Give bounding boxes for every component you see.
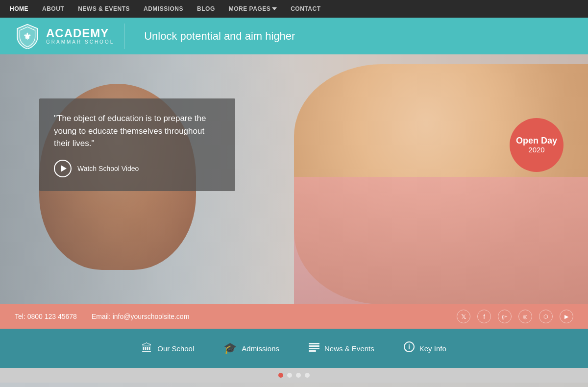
quote-text: "The object of education is to prepare t… — [54, 112, 220, 150]
dot-1[interactable] — [278, 373, 283, 378]
main-nav: HOME ABOUT NEWS & EVENTS ADMISSIONS BLOG… — [0, 0, 588, 18]
admissions-icon: 🎓 — [223, 342, 237, 355]
twitter-icon[interactable]: 𝕏 — [457, 310, 470, 323]
watch-video-button[interactable]: Watch School Video — [54, 160, 139, 177]
bottom-nav-our-school[interactable]: 🏛 Our School — [142, 342, 194, 355]
svg-rect-1 — [309, 343, 319, 344]
contact-info: Tel: 0800 123 45678 Email: info@yourscho… — [15, 313, 189, 320]
play-icon — [54, 160, 72, 177]
open-day-badge: Open Day 2020 — [510, 118, 564, 172]
school-logo-shield: ⚜ — [15, 24, 40, 49]
dot-3[interactable] — [296, 373, 301, 378]
bottom-nav-key-info[interactable]: i Key Info — [404, 341, 446, 355]
youtube-icon[interactable]: ▶ — [560, 310, 573, 323]
svg-rect-4 — [309, 350, 316, 352]
dot-4[interactable] — [305, 373, 310, 378]
footer-bg — [0, 383, 588, 387]
admissions-label: Admissions — [242, 344, 279, 353]
nav-item-news[interactable]: NEWS & EVENTS — [78, 5, 130, 12]
bottom-nav: 🏛 Our School 🎓 Admissions News & Events … — [0, 329, 588, 368]
footer-preview — [0, 383, 588, 387]
instagram-icon[interactable]: ◎ — [518, 310, 532, 323]
info-bar: Tel: 0800 123 45678 Email: info@yourscho… — [0, 304, 588, 329]
svg-rect-2 — [309, 345, 319, 347]
play-triangle — [61, 165, 67, 172]
logo-area: ⚜ ACADEMY GRAMMAR SCHOOL — [15, 24, 124, 49]
nav-item-admissions[interactable]: ADMISSIONS — [144, 5, 183, 12]
nav-item-about[interactable]: ABOUT — [42, 5, 64, 12]
carousel-dots — [0, 368, 588, 383]
our-school-icon: 🏛 — [142, 342, 152, 355]
quote-box: "The object of education is to prepare t… — [39, 98, 235, 191]
bottom-nav-news[interactable]: News & Events — [309, 342, 374, 355]
nav-item-home[interactable]: HOME — [10, 5, 28, 12]
key-info-icon: i — [404, 341, 415, 355]
nav-item-more[interactable]: MORE PAGES — [229, 5, 277, 12]
nav-item-contact[interactable]: CONTACT — [291, 5, 320, 12]
tel-info: Tel: 0800 123 45678 — [15, 313, 77, 320]
google-plus-icon[interactable]: g+ — [498, 310, 512, 323]
facebook-icon[interactable]: f — [477, 310, 491, 323]
email-info: Email: info@yourschoolsite.com — [92, 313, 189, 320]
svg-text:⚜: ⚜ — [24, 31, 32, 41]
svg-rect-3 — [309, 348, 319, 349]
news-label: News & Events — [324, 344, 374, 353]
bottom-nav-admissions[interactable]: 🎓 Admissions — [223, 342, 279, 355]
header-tagline: Unlock potential and aim higher — [144, 30, 295, 43]
svg-text:i: i — [408, 343, 410, 351]
flickr-icon[interactable]: ⬡ — [539, 310, 553, 323]
news-icon — [309, 342, 319, 355]
our-school-label: Our School — [157, 344, 194, 353]
key-info-label: Key Info — [419, 344, 446, 353]
watch-label: Watch School Video — [77, 165, 139, 172]
site-header: ⚜ ACADEMY GRAMMAR SCHOOL Unlock potentia… — [0, 18, 588, 54]
hero-section: "The object of education is to prepare t… — [0, 54, 588, 304]
dot-2[interactable] — [287, 373, 292, 378]
social-icons: 𝕏 f g+ ◎ ⬡ ▶ — [457, 310, 573, 323]
logo-text: ACADEMY GRAMMAR SCHOOL — [46, 27, 114, 45]
nav-item-blog[interactable]: BLOG — [197, 5, 215, 12]
